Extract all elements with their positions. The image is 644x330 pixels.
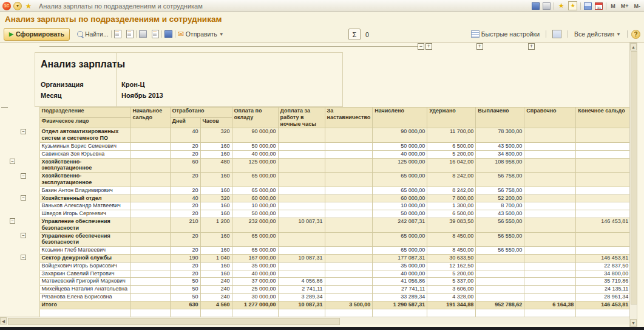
cell-saldo_end[interactable]: 35 719,86 xyxy=(576,278,631,286)
person-name-cell[interactable]: Михейцева Наталия Анатольевна xyxy=(39,286,130,294)
cell-saldo_start[interactable] xyxy=(130,270,170,278)
cell-days[interactable]: 20 xyxy=(170,232,200,247)
cell-hours[interactable]: 480 xyxy=(200,158,232,173)
cell-accrued[interactable]: 65 000,00 xyxy=(373,232,427,247)
cell-saldo_start[interactable] xyxy=(130,278,170,286)
cell-night[interactable] xyxy=(278,158,325,173)
cell-saldo_start[interactable] xyxy=(130,232,170,247)
cell-days[interactable]: 20 xyxy=(170,173,200,187)
cell-night[interactable]: 3 289,34 xyxy=(278,293,325,301)
cell-accrued[interactable]: 41 056,86 xyxy=(373,278,427,286)
cell-paid[interactable] xyxy=(476,286,524,294)
cell-saldo_end[interactable] xyxy=(576,247,631,255)
cell-hours[interactable]: 160 xyxy=(200,150,232,158)
department-name-cell[interactable]: Итого xyxy=(39,301,130,309)
cell-mentor[interactable] xyxy=(325,187,373,194)
cell-paid[interactable]: 56 550,00 xyxy=(476,218,524,232)
help-button[interactable]: ? xyxy=(631,30,640,39)
cell-mentor[interactable] xyxy=(325,202,373,210)
cell-paid[interactable]: 78 300,00 xyxy=(476,128,524,143)
memory-m-plus-button[interactable]: M+ xyxy=(620,3,630,9)
main-menu-button[interactable]: ▼ xyxy=(13,2,22,10)
cell-salary[interactable]: 37 000,00 xyxy=(232,278,278,286)
cell-withheld[interactable]: 3 606,00 xyxy=(427,286,476,294)
cell-saldo_start[interactable] xyxy=(130,286,170,294)
cell-mentor[interactable] xyxy=(325,278,373,286)
cell-salary[interactable]: 25 000,00 xyxy=(232,286,278,294)
find-button[interactable]: Найти... xyxy=(75,29,111,40)
collapse-group-button[interactable]: − xyxy=(21,255,26,260)
cell-saldo_end[interactable] xyxy=(576,187,631,194)
collapse-group-button[interactable]: − xyxy=(21,195,26,201)
department-name-cell[interactable]: Хозяйственно-эксплуатационное xyxy=(39,158,130,173)
cell-mentor[interactable] xyxy=(325,150,373,158)
cell-saldo_end[interactable] xyxy=(576,158,631,173)
cell-mentor[interactable] xyxy=(325,262,373,270)
cell-accrued[interactable]: 50 000,00 xyxy=(373,210,427,218)
cell-salary[interactable]: 65 000,00 xyxy=(232,173,278,187)
cell-accrued[interactable]: 65 000,00 xyxy=(373,187,427,194)
cell-salary[interactable]: 232 000,00 xyxy=(232,218,278,232)
cell-saldo_start[interactable] xyxy=(130,262,170,270)
cell-salary[interactable]: 90 000,00 xyxy=(232,128,278,143)
cell-mentor[interactable] xyxy=(325,232,373,247)
collapse-group-button[interactable]: − xyxy=(21,233,26,238)
cell-ref[interactable] xyxy=(524,286,576,294)
scroll-down-button[interactable]: ▼ xyxy=(630,319,637,326)
cell-paid[interactable]: 56 758,00 xyxy=(476,173,524,187)
cell-salary[interactable]: 60 000,00 xyxy=(232,194,278,202)
cell-ref[interactable] xyxy=(524,210,576,218)
cell-paid[interactable] xyxy=(476,309,524,317)
collapse-group-button[interactable]: − xyxy=(10,159,15,164)
cell-salary[interactable]: 167 000,00 xyxy=(232,254,278,262)
cell-saldo_start[interactable] xyxy=(130,301,170,309)
cell-night[interactable]: 10 087,31 xyxy=(278,254,325,262)
cell-ref[interactable] xyxy=(524,309,576,317)
cell-paid[interactable]: 56 758,00 xyxy=(476,187,524,194)
horizontal-scrollbar-thumb[interactable] xyxy=(8,318,340,325)
cell-ref[interactable] xyxy=(524,254,576,262)
cell-ref[interactable]: 6 164,38 xyxy=(524,301,576,309)
generate-button[interactable]: ▶ Сформировать xyxy=(4,28,70,41)
cell-saldo_end[interactable]: 24 135,11 xyxy=(576,286,631,294)
cell-days[interactable]: 20 xyxy=(170,150,200,158)
cell-saldo_start[interactable] xyxy=(130,158,170,173)
print-icon[interactable] xyxy=(543,2,551,10)
cell-saldo_end[interactable] xyxy=(576,173,631,187)
department-name-cell[interactable]: Хозяйственный отдел xyxy=(39,194,130,202)
cell-accrued[interactable]: 242 087,31 xyxy=(373,218,427,232)
favorites-star-icon[interactable]: ★ xyxy=(24,2,33,10)
cell-withheld[interactable]: 11 700,00 xyxy=(427,128,476,143)
cell-days[interactable]: 40 xyxy=(170,194,200,202)
cell-withheld[interactable]: 8 450,00 xyxy=(427,247,476,255)
cell-days[interactable]: 210 xyxy=(170,218,200,232)
cell-salary[interactable]: 65 000,00 xyxy=(232,187,278,194)
cell-paid[interactable] xyxy=(476,254,524,262)
cell-days[interactable]: 50 xyxy=(170,286,200,294)
cell-night[interactable] xyxy=(278,270,325,278)
cell-accrued[interactable]: 10 000,00 xyxy=(373,202,427,210)
cell-withheld[interactable]: 4 328,00 xyxy=(427,293,476,301)
cell-withheld[interactable]: 5 337,00 xyxy=(427,278,476,286)
person-name-cell[interactable]: Войцехович Игорь Борисович xyxy=(39,262,130,270)
cell-saldo_end[interactable] xyxy=(576,142,631,150)
cell-saldo_end[interactable] xyxy=(576,232,631,247)
cell-ref[interactable] xyxy=(524,194,576,202)
cell-hours[interactable]: 240 xyxy=(200,286,232,294)
cell-saldo_start[interactable] xyxy=(130,128,170,143)
cell-paid[interactable]: 56 550,00 xyxy=(476,232,524,247)
cell-ref[interactable] xyxy=(524,187,576,194)
cell-days[interactable]: 60 xyxy=(170,158,200,173)
cell-saldo_start[interactable] xyxy=(130,254,170,262)
expand-columns-button[interactable]: + xyxy=(528,43,535,50)
cell-ref[interactable] xyxy=(524,262,576,270)
person-name-cell[interactable]: Базин Антон Владимирович xyxy=(39,187,130,194)
department-name-cell[interactable]: Сектор дежурной службы xyxy=(39,254,130,262)
cell-withheld[interactable]: 191 344,88 xyxy=(427,301,476,309)
cell-saldo_start[interactable] xyxy=(130,218,170,232)
cell-saldo_start[interactable] xyxy=(130,202,170,210)
cell-night[interactable]: 10 087,31 xyxy=(278,218,325,232)
cell-hours[interactable]: 160 xyxy=(200,202,232,210)
person-name-cell[interactable]: Ваньков Александр Матвеевич xyxy=(39,202,130,210)
print-preview-button[interactable] xyxy=(149,29,161,40)
